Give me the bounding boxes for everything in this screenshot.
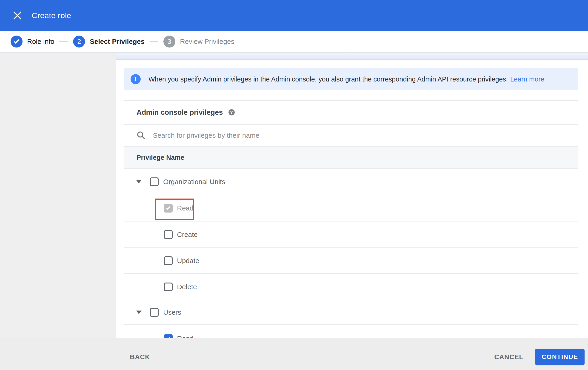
step-complete-icon [10,36,22,48]
privilege-row: Create [124,221,578,248]
scrolled-content-strip [116,53,588,60]
search-row [124,125,578,147]
step-number: 3 [168,38,171,45]
privilege-label: Read [177,204,194,212]
continue-button[interactable]: CONTINUE [535,349,585,365]
left-gray-panel [0,53,116,370]
check-icon [14,38,19,43]
check-icon [166,205,170,210]
admin-privileges-card: Admin console privileges ? Privilege Nam… [124,100,578,340]
app-bar: Create role [0,0,588,31]
step-connector [150,41,158,42]
step-number-badge: 3 [163,36,175,48]
step-role-info[interactable]: Role info [10,36,54,48]
privilege-checkbox[interactable] [164,230,173,239]
step-label: Review Privileges [180,38,234,45]
privilege-label: Delete [177,283,197,291]
privilege-checkbox[interactable] [164,204,173,212]
expand-arrow-icon[interactable] [136,180,142,183]
privilege-checkbox[interactable] [164,256,173,265]
privilege-label: Create [177,231,198,239]
privilege-row: Delete [124,274,578,300]
create-role-dialog: Create role Role info 2 Select Privilege… [0,0,588,370]
learn-more-link[interactable]: Learn more [510,76,544,83]
back-button[interactable]: BACK [130,350,150,364]
step-label: Role info [27,38,54,45]
step-number: 2 [77,38,81,45]
privilege-row: Organizational Units [124,169,578,195]
privilege-row: Read [124,195,578,221]
privilege-checkbox[interactable] [164,282,173,291]
card-title-row: Admin console privileges ? [124,100,578,125]
step-connector [59,41,68,42]
scroll-gutter-line [585,60,585,338]
info-icon: i [131,74,141,84]
privilege-row: Update [124,248,578,274]
wizard-stepper: Role info 2 Select Privileges 3 Review P… [0,31,588,53]
help-icon[interactable]: ? [229,109,235,115]
step-label: Select Privileges [90,38,144,45]
step-select-privileges[interactable]: 2 Select Privileges [73,36,144,48]
step-review-privileges[interactable]: 3 Review Privileges [163,36,234,48]
column-header-privilege-name: Privilege Name [136,154,184,161]
table-header-row: Privilege Name [124,147,578,169]
banner-message: When you specify Admin privileges in the… [148,76,508,83]
privilege-label: Users [163,309,181,316]
info-banner: i When you specify Admin privileges in t… [124,68,578,90]
expand-arrow-icon[interactable] [136,310,142,314]
privilege-row: Read [124,325,578,340]
footer-action-bar: BACK CANCEL CONTINUE [0,338,588,370]
step-number-badge: 2 [73,36,85,48]
privilege-label: Update [177,257,199,265]
privilege-rows: Organizational UnitsReadCreateUpdateDele… [124,169,578,340]
cancel-button[interactable]: CANCEL [494,350,523,364]
privilege-label: Organizational Units [163,178,225,186]
card-title: Admin console privileges [136,108,223,117]
privilege-row: Users [124,300,578,325]
privilege-checkbox[interactable] [150,177,159,186]
close-icon[interactable] [13,11,22,20]
banner-text: When you specify Admin privileges in the… [148,76,544,83]
search-input[interactable] [152,131,497,140]
search-icon [137,131,146,140]
dialog-title: Create role [32,11,71,20]
privilege-checkbox[interactable] [150,308,159,317]
